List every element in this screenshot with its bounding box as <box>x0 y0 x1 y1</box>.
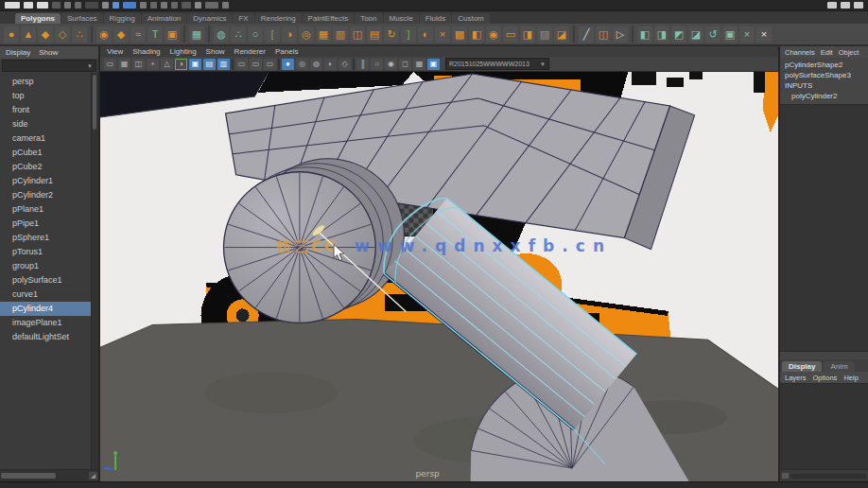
layer-editor-menu-item[interactable]: Help <box>843 374 858 382</box>
outliner-menu-item[interactable]: Display <box>6 48 30 57</box>
status-icon[interactable] <box>171 2 178 9</box>
poly-helix-icon[interactable]: ≈ <box>130 26 146 43</box>
ground-plane[interactable] <box>100 319 778 481</box>
field-chart-icon[interactable]: ▭ <box>235 59 248 70</box>
poly-plane-icon[interactable]: ◇ <box>55 26 70 43</box>
bookmark-icon[interactable]: + <box>147 59 159 70</box>
shelf-tab[interactable]: Rigging <box>104 13 141 24</box>
isolate-icon[interactable]: ║ <box>356 59 369 70</box>
outliner-item[interactable]: top <box>0 89 98 103</box>
layer-editor-divider[interactable] <box>780 351 868 359</box>
shelf-tab[interactable]: FX <box>233 13 253 24</box>
layer-scrollbar[interactable] <box>790 474 866 479</box>
viewport-renderer-icon[interactable]: ▣ <box>427 59 440 70</box>
shelf-tab[interactable]: Animation <box>142 13 187 24</box>
grease-pencil-icon[interactable]: ◑ <box>175 59 187 70</box>
viewport-toolbar-icon[interactable] <box>353 59 355 70</box>
window-button[interactable] <box>854 2 863 9</box>
viewport-toolbar-icon[interactable] <box>278 59 280 70</box>
grid-icon[interactable]: ▦ <box>316 26 331 43</box>
window-button[interactable] <box>827 2 837 9</box>
poly-cone-icon[interactable]: ▲ <box>21 26 36 43</box>
crossbones-icon[interactable]: × <box>435 26 450 43</box>
film-gate-icon[interactable]: ▤ <box>203 59 216 70</box>
grid-toggle-icon[interactable]: ▣ <box>189 59 201 70</box>
outliner-vertical-scrollbar[interactable] <box>91 73 98 469</box>
shelf-icon[interactable] <box>183 26 185 43</box>
select-mask-icon[interactable]: ▭ <box>104 59 116 70</box>
viewport-canvas[interactable]: 技艺CG www.qdnxxfb.cn p <box>100 72 778 481</box>
snap-icon-active[interactable] <box>123 2 136 9</box>
snap-icon[interactable] <box>113 2 119 9</box>
multi-cut-icon[interactable]: ▣ <box>722 26 738 43</box>
channel-box-row[interactable]: INPUTS <box>780 80 868 91</box>
sculpt-sphere-icon[interactable]: ◉ <box>96 26 112 43</box>
pencil-line-icon[interactable]: ╱ <box>579 26 594 43</box>
rotate-tool-icon[interactable]: ◑ <box>282 26 297 43</box>
outliner-item[interactable]: pCube1 <box>0 146 98 160</box>
app-menu-block[interactable] <box>24 2 33 9</box>
quad-draw-icon[interactable]: × <box>739 26 755 43</box>
outliner-item[interactable]: side <box>0 117 98 131</box>
shelf-tab[interactable]: Toon <box>355 13 382 24</box>
wireframe-icon[interactable]: ● <box>282 59 294 70</box>
page-icon[interactable]: ▭ <box>503 26 518 43</box>
shelf-icon[interactable] <box>208 26 210 43</box>
shelf-icon[interactable] <box>573 26 575 43</box>
status-icon[interactable] <box>75 2 81 9</box>
shadows-icon[interactable]: ◇ <box>339 59 351 70</box>
outliner-item[interactable]: pPipe1 <box>0 217 98 231</box>
status-icon[interactable] <box>102 2 109 9</box>
sheet-icon[interactable]: ▤ <box>367 26 382 43</box>
shelf-tab[interactable]: Polygons <box>15 13 61 24</box>
extrude-icon[interactable]: ◩ <box>671 26 686 43</box>
viewport-toolbar-icon[interactable] <box>232 59 234 70</box>
cube-ball-icon[interactable]: ◪ <box>554 26 569 43</box>
shelf-icon[interactable] <box>632 26 634 43</box>
shelf-tab[interactable]: Fluids <box>420 13 451 24</box>
layer-editor-menu-item[interactable]: Layers <box>785 374 807 382</box>
delete-icon[interactable]: × <box>756 26 772 43</box>
window-button[interactable] <box>841 2 850 9</box>
outliner-item[interactable]: pTorus1 <box>0 245 98 259</box>
outliner-item[interactable]: pCylinder2 <box>0 188 98 202</box>
drop-icon[interactable]: ◍ <box>214 26 229 43</box>
shelf-tab[interactable]: Dynamics <box>187 13 232 24</box>
bracket-open-icon[interactable]: [ <box>265 26 280 43</box>
outliner-item[interactable]: pCube2 <box>0 160 98 174</box>
status-icon[interactable] <box>205 2 218 9</box>
status-icon[interactable] <box>195 2 201 9</box>
shelf-icon[interactable] <box>91 26 93 43</box>
channel-box-menu-item[interactable]: Edit <box>821 48 833 57</box>
camera-attrs-icon[interactable]: ◫ <box>132 59 145 70</box>
poly-sphere-icon[interactable]: ● <box>4 26 19 43</box>
status-icon[interactable] <box>150 2 157 9</box>
bevel-icon[interactable]: ◧ <box>637 26 652 43</box>
bridge-icon[interactable]: ◨ <box>654 26 669 43</box>
poly-cube-icon[interactable]: ◆ <box>38 26 53 43</box>
sphere-wire-icon[interactable]: ◉ <box>486 26 501 43</box>
outliner-menu-item[interactable]: Show <box>39 48 58 57</box>
app-menu-block[interactable] <box>5 2 20 9</box>
shelf-tab[interactable]: Muscle <box>384 13 419 24</box>
viewport-menu-item[interactable]: Show <box>206 47 225 56</box>
shelf-tab[interactable]: Rendering <box>255 13 302 24</box>
outliner-item[interactable]: camera1 <box>0 131 98 146</box>
outliner-item[interactable]: group1 <box>0 259 98 273</box>
status-icon[interactable] <box>182 2 191 9</box>
channel-box-menu-item[interactable]: Channels <box>785 48 815 57</box>
viewport-renderer-dropdown[interactable]: R20151025WWWWW2013 ▼ <box>445 58 549 70</box>
half-disc-icon[interactable]: ◐ <box>418 26 433 43</box>
page-arrow-icon[interactable]: ◨ <box>520 26 535 43</box>
app-menu-block[interactable] <box>37 2 48 9</box>
spin-edge-icon[interactable]: ↺ <box>705 26 720 43</box>
outliner-horizontal-scrollbar[interactable]: ◢ <box>0 469 98 481</box>
channel-box-row[interactable]: polySurfaceShape3 <box>780 70 868 80</box>
layer-editor-menu-item[interactable]: Options <box>813 374 838 382</box>
outliner-item[interactable]: pSphere1 <box>0 231 98 245</box>
resize-grip[interactable]: ◢ <box>89 472 97 479</box>
outliner-item[interactable]: polySurface1 <box>0 273 98 288</box>
status-icon[interactable] <box>140 2 147 9</box>
shelf-tab[interactable]: PaintEffects <box>303 13 355 24</box>
bars-icon[interactable]: ▥ <box>333 26 348 43</box>
